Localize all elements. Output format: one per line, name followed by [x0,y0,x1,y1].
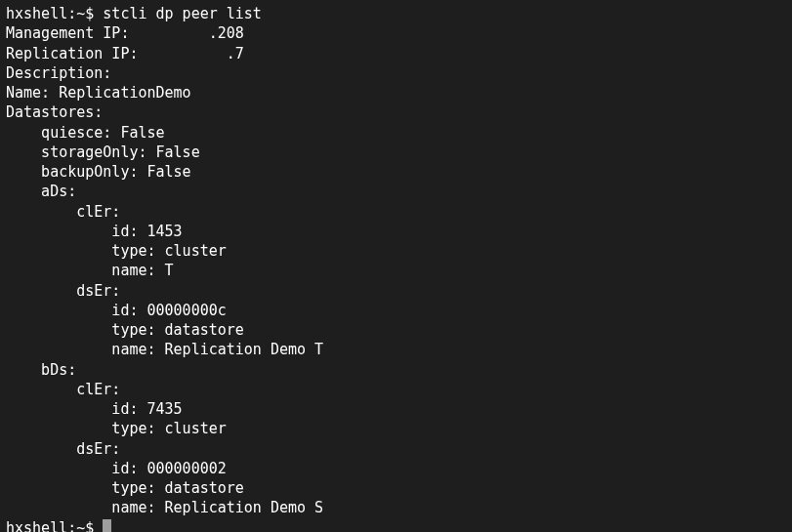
output-bds-cler-id: id: 7435 [6,399,786,419]
output-bds-dser: dsEr: [6,439,786,459]
output-ads-cler-name: name: T [6,261,786,280]
output-ads-cler: clEr: [6,202,786,222]
output-description: Description: [6,63,786,83]
output-ads-dser-id: id: 00000000c [6,301,786,320]
output-bds: bDs: [6,360,786,380]
cursor-icon [103,519,111,533]
output-bds-cler-type: type: cluster [6,419,786,438]
output-datastores: Datastores: [6,102,786,122]
output-storage-only: storageOnly: False [6,143,786,162]
output-quiesce: quiesce: False [6,123,786,143]
command-text: stcli dp peer list [103,5,262,22]
output-ads-dser: dsEr: [6,281,786,301]
output-ads: aDs: [6,182,786,201]
output-ads-dser-type: type: datastore [6,320,786,340]
output-bds-cler: clEr: [6,380,786,399]
output-bds-dser-name: name: Replication Demo S [6,498,786,517]
output-replication-ip: Replication IP: .7 [6,44,786,63]
output-ads-cler-id: id: 1453 [6,222,786,241]
command-line: hxshell:~$ stcli dp peer list [6,4,786,23]
output-bds-dser-id: id: 000000002 [6,459,786,478]
output-name: Name: ReplicationDemo [6,83,786,102]
output-ads-dser-name: name: Replication Demo T [6,340,786,359]
shell-prompt: hxshell:~$ [6,5,103,22]
output-bds-dser-type: type: datastore [6,478,786,498]
prompt-line[interactable]: hxshell:~$ [6,518,786,533]
output-management-ip: Management IP: .208 [6,23,786,43]
output-backup-only: backupOnly: False [6,162,786,182]
shell-prompt: hxshell:~$ [6,519,103,533]
output-ads-cler-type: type: cluster [6,241,786,261]
